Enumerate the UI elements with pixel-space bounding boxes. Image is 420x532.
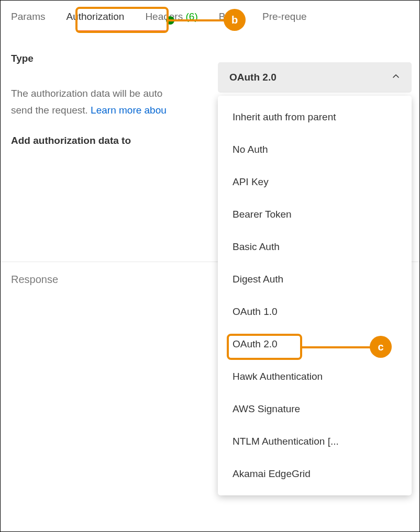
chevron-up-icon xyxy=(392,72,400,83)
learn-more-link[interactable]: Learn more abou xyxy=(91,105,167,116)
tab-authorization[interactable]: Authorization xyxy=(66,11,124,32)
type-label: Type xyxy=(11,53,218,64)
option-oauth-2[interactable]: OAuth 2.0 xyxy=(218,328,412,360)
auth-type-dropdown: Inherit auth from parent No Auth API Key… xyxy=(218,96,412,495)
option-oauth-1[interactable]: OAuth 1.0 xyxy=(218,296,412,328)
option-inherit-auth[interactable]: Inherit auth from parent xyxy=(218,101,412,133)
option-bearer-token[interactable]: Bearer Token xyxy=(218,198,412,231)
option-digest-auth[interactable]: Digest Auth xyxy=(218,263,412,296)
option-no-auth[interactable]: No Auth xyxy=(218,133,412,166)
request-tabs: Params Authorization Headers (6) Body Pr… xyxy=(1,1,419,32)
helper-line-2: send the request. xyxy=(11,105,91,116)
option-akamai[interactable]: Akamai EdgeGrid xyxy=(218,458,412,490)
tab-params[interactable]: Params xyxy=(11,11,45,32)
tab-headers-count: (6) xyxy=(185,11,197,22)
helper-line-1: The authorization data will be auto xyxy=(11,88,162,99)
tab-headers-label: Headers xyxy=(145,11,183,22)
option-hawk[interactable]: Hawk Authentication xyxy=(218,360,412,393)
option-aws-signature[interactable]: AWS Signature xyxy=(218,393,412,425)
auth-type-select[interactable]: OAuth 2.0 xyxy=(218,62,412,93)
option-ntlm[interactable]: NTLM Authentication [... xyxy=(218,425,412,458)
option-api-key[interactable]: API Key xyxy=(218,166,412,198)
tab-body[interactable]: Body xyxy=(219,11,241,32)
tab-headers[interactable]: Headers (6) xyxy=(145,11,197,32)
auth-type-selected-value: OAuth 2.0 xyxy=(229,72,277,83)
tab-pre-request[interactable]: Pre-reque xyxy=(262,11,307,32)
option-basic-auth[interactable]: Basic Auth xyxy=(218,231,412,263)
